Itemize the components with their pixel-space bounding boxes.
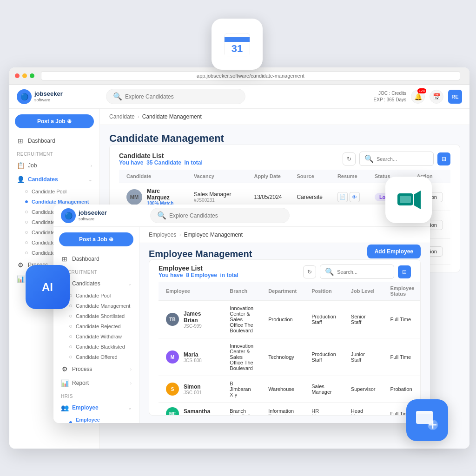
emp-col-employee: Employee <box>159 282 222 301</box>
emp-search-filter: ↻ 🔍 ⊟ <box>303 264 411 279</box>
emp-sub-dot-offer <box>69 356 72 358</box>
emp-sidebar-dashboard[interactable]: ⊞ Dashboard <box>53 252 139 266</box>
app-header: 🔵 jobseeker software 🔍 JOC : Credits EXP… <box>9 85 469 109</box>
add-employee-button[interactable]: Add Employee <box>367 245 421 258</box>
emp-subitem-emp-mgmt[interactable]: Employee Management <box>53 415 139 423</box>
emp-post-job-btn[interactable]: Post a Job ⊕ <box>59 232 133 246</box>
sidebar-item-job[interactable]: 📋 Job › <box>9 159 99 172</box>
emp-subitem-short[interactable]: Candidate Shortlisted <box>53 311 139 321</box>
list-info: Candidate List You have 35 Candidate in … <box>119 152 203 166</box>
sidebar-subitem-label: Candidate Management <box>32 199 89 205</box>
candidates-icon: 👤 <box>17 176 24 183</box>
emp-subitem-rejected[interactable]: Candidate Rejected <box>53 321 139 331</box>
emp-sidebar-employee[interactable]: 👥 Employee ⌄ <box>53 401 139 415</box>
search-filter-area: ↻ 🔍 ⊟ <box>343 152 450 166</box>
emp-filter-btn[interactable]: ⊟ <box>398 265 411 278</box>
emp-sub-dot-short <box>69 315 72 317</box>
calendar-app-icon[interactable]: 31 <box>212 19 263 70</box>
emp-list-section: Employee List You have 8 Employee in tot… <box>149 259 421 416</box>
emp-table-header: Employee Branch Department Position Job … <box>159 282 420 301</box>
search-bar[interactable]: 🔍 <box>106 89 245 104</box>
emp-report-arrow: › <box>130 381 132 386</box>
emp-sidebar-process[interactable]: ⚙ Process › <box>53 362 139 376</box>
emp-cand-label: Candidates <box>72 280 100 287</box>
meet-app-icon[interactable] <box>385 177 432 223</box>
sidebar-subitem-pool[interactable]: Candidate Pool <box>9 186 99 197</box>
col-resume: Resume <box>330 170 367 183</box>
candidate-count: 35 Candidate <box>146 159 181 166</box>
emp-count: 8 Employee <box>186 272 217 278</box>
exp-label: EXP : 365 Days <box>374 97 406 103</box>
svg-rect-10 <box>400 196 411 203</box>
settings-app-icon[interactable] <box>406 399 448 441</box>
url-bar[interactable]: app.jobseeker.software/candidate-managem… <box>41 71 460 80</box>
chevron-right-icon: › <box>91 163 92 168</box>
job-icon: 📋 <box>17 162 24 169</box>
emp-chevron-down: ⌄ <box>128 405 132 410</box>
emp-breadcrumb: Employees › Employee Management <box>139 227 430 243</box>
emp-search-input[interactable] <box>169 212 283 219</box>
emp-sub-dot-black <box>69 345 72 348</box>
logo-icon: 🔵 <box>20 93 28 100</box>
sidebar-item-dashboard[interactable]: ⊞ Dashboard <box>9 134 99 148</box>
sub-dot-short <box>25 211 28 213</box>
emp-sidebar-report[interactable]: 📊 Report › <box>53 376 139 390</box>
emp-breadcrumb-sep: › <box>179 231 181 238</box>
emp-sub-dot-mgmt <box>69 304 72 307</box>
notification-badge: 128 <box>417 88 426 93</box>
resume-view-btn[interactable]: 👁 <box>350 192 360 202</box>
calendar-btn[interactable]: 📅 <box>430 90 443 104</box>
emp-process-label: Process <box>72 366 92 372</box>
emp-subitem-offer-label: Candidate Offered <box>76 354 118 360</box>
emp-search-wrap[interactable]: 🔍 <box>320 264 394 279</box>
emp-page-title-row: Employee Management Add Employee <box>139 243 430 259</box>
table-row: M Maria JCS-808 Innovation Center & Sale… <box>159 338 420 376</box>
emp-table-search[interactable] <box>337 269 389 275</box>
refresh-button[interactable]: ↻ <box>343 152 356 165</box>
emp-search-bar[interactable]: 🔍 <box>150 208 290 223</box>
emp-subitem-with-label: Candidate Withdraw <box>76 334 122 339</box>
logo-text: jobseeker <box>34 91 63 97</box>
emp-table-container: Employee Branch Department Position Job … <box>149 282 420 416</box>
emp-subitem-rej-label: Candidate Rejected <box>76 324 121 329</box>
credits-info: JOC : Credits EXP : 365 Days <box>374 90 406 103</box>
sub-dot-mgmt <box>25 200 28 203</box>
table-row: TB James Brian JSC-999 Innovation Center… <box>159 301 420 338</box>
emp-list-subtitle: You have 8 Employee in total <box>159 272 238 278</box>
search-icon: 🔍 <box>113 92 122 101</box>
process-icon: ⚙ <box>17 261 24 269</box>
sub-dot-rej <box>25 221 28 224</box>
user-avatar-btn[interactable]: RE <box>448 90 462 104</box>
emp-search-icon: 🔍 <box>325 267 334 276</box>
emp-subitem-withdraw[interactable]: Candidate Withdraw <box>53 331 139 342</box>
emp-list-header: Employee List You have 8 Employee in tot… <box>149 260 420 282</box>
emp-logo-icon: 🔵 <box>65 212 73 219</box>
list-title: Candidate List <box>119 152 203 159</box>
emp-col-position: Position <box>304 282 344 301</box>
emp-sidebar: Post a Job ⊕ ⊞ Dashboard Recruitment 👤 C… <box>53 227 139 423</box>
search-input[interactable] <box>125 93 238 100</box>
post-job-button[interactable]: Post a Job ⊕ <box>15 114 94 128</box>
emp-refresh-btn[interactable]: ↻ <box>303 265 316 278</box>
maximize-dot[interactable] <box>30 73 34 78</box>
sidebar-item-label: Dashboard <box>28 138 55 144</box>
close-dot[interactable] <box>15 73 20 78</box>
emp-dashboard-icon: ⊞ <box>61 255 68 263</box>
emp-subitem-offered[interactable]: Candidate Offered <box>53 352 139 362</box>
emp-breadcrumb-parent: Employees <box>149 231 176 238</box>
logo-area: 🔵 jobseeker software <box>17 89 100 104</box>
emp-logo-area: 🔵 jobseeker software <box>61 208 145 223</box>
sub-dot-pool <box>25 190 28 193</box>
emp-subitem-blacklisted[interactable]: Candidate Blacklisted <box>53 342 139 352</box>
resume-doc-btn[interactable]: 📄 <box>337 192 348 202</box>
notification-btn[interactable]: 🔔 128 <box>411 90 425 104</box>
ai-app-icon[interactable]: AI <box>26 265 70 309</box>
filter-button[interactable]: ⊟ <box>437 152 450 165</box>
minimize-dot[interactable] <box>22 73 27 78</box>
sidebar-subitem-label: Candidate Pool <box>32 189 66 194</box>
table-search-input[interactable] <box>377 156 429 162</box>
emp-table: Employee Branch Department Position Job … <box>159 282 420 416</box>
emp-sub-dot-with <box>69 335 72 338</box>
sidebar-item-candidates[interactable]: 👤 Candidates ⌄ <box>9 172 99 186</box>
table-search-wrap[interactable]: 🔍 <box>359 152 434 166</box>
